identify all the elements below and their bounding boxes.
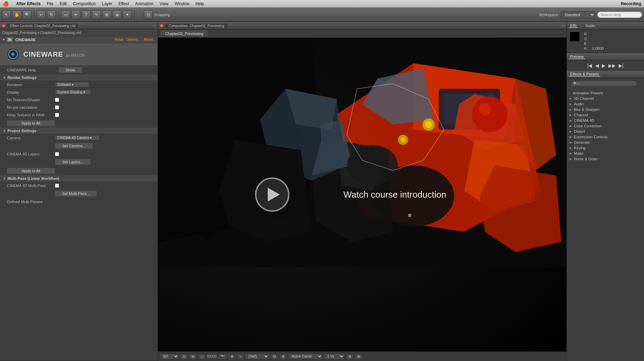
pen-tool[interactable]: ✒	[71, 10, 80, 19]
menu-effect[interactable]: Effect	[118, 1, 129, 6]
multipass-section[interactable]: ▼ Multi-Pass (Linear Workflow)	[0, 175, 158, 182]
ep-item-matte[interactable]: ▶ Matte	[567, 151, 644, 156]
svg-point-21	[401, 137, 406, 142]
comp-panel-tab[interactable]: Composition: Chapter02_Previewing	[165, 23, 228, 28]
play-overlay[interactable]	[255, 177, 289, 212]
clone-tool[interactable]: ⊕	[102, 10, 111, 19]
next-frame-btn[interactable]: ▶▶	[608, 63, 616, 68]
fx-collapse-btn[interactable]: ▼	[2, 38, 5, 42]
undo-btn[interactable]: ↩	[37, 10, 46, 19]
snapping-toggle[interactable]: ⊡	[144, 10, 153, 19]
transparency-btn[interactable]: ⊞	[355, 354, 363, 359]
rect-tool[interactable]: ▭	[61, 10, 70, 19]
ep-item-color-correction[interactable]: ▶ Color Correction	[567, 123, 644, 129]
panel-minimize-btn[interactable]: –	[153, 23, 156, 28]
fx-options-link[interactable]: Options...	[126, 38, 141, 42]
tab-effects-presets[interactable]: Effects & Presets	[569, 72, 600, 77]
brush-tool[interactable]: ✎	[92, 10, 101, 19]
grid-btn[interactable]: ⊞	[279, 354, 287, 359]
puppet-tool[interactable]: ✦	[123, 10, 132, 19]
apply-all-btn-2[interactable]: Apply to All	[7, 168, 55, 174]
text-tool[interactable]: T	[82, 10, 91, 19]
ep-item-cinema4d[interactable]: ▶ CINEMA 4D	[567, 118, 644, 123]
region-of-interest-btn[interactable]: ◻	[198, 354, 206, 359]
first-frame-btn[interactable]: |◀	[587, 63, 593, 68]
fit-to-comp-btn[interactable]: ⊡	[180, 354, 188, 359]
zoom-tool[interactable]: 🔍	[23, 10, 32, 19]
set-camera-btn[interactable]: Set Camera...	[55, 143, 93, 149]
panel-close-btn[interactable]	[2, 24, 5, 27]
prev-frame-btn[interactable]: ◀	[595, 63, 599, 68]
zoom-select[interactable]: 50%	[160, 353, 179, 359]
camera-dropdown[interactable]: CINEMA 4D Camera ▾	[55, 135, 100, 140]
comp-minimize-btn[interactable]: –	[562, 23, 564, 28]
keep-textures-checkbox[interactable]	[55, 113, 59, 117]
ep-label-noise: Noise & Grain	[574, 157, 597, 161]
tab-audio[interactable]: Audio	[584, 24, 597, 28]
quality-select[interactable]: (Half)	[245, 353, 269, 359]
ep-search-input[interactable]	[571, 81, 637, 86]
cinema4d-layers-checkbox[interactable]	[55, 152, 59, 156]
ep-item-blur-sharpen[interactable]: ▶ Blur & Sharpen	[567, 107, 644, 112]
fx-about-link[interactable]: About...	[144, 38, 156, 42]
ep-item-channel[interactable]: ▶ Channel	[567, 112, 644, 118]
motion-blur-btn[interactable]: ≈	[237, 354, 244, 359]
menu-animation[interactable]: Animation	[135, 1, 153, 6]
selection-tool[interactable]: ↖	[2, 10, 11, 19]
project-settings-section[interactable]: ▼ Project Settings	[0, 128, 158, 134]
search-help-input[interactable]	[597, 12, 642, 18]
play-button[interactable]	[255, 177, 289, 212]
show-btn[interactable]: Show	[58, 67, 82, 73]
ep-item-keying[interactable]: ▶ Keying	[567, 145, 644, 151]
effect-controls-tab[interactable]: Effect Controls: Chapter02_Previewing.c4…	[7, 23, 79, 28]
a-row: A : 0.0000	[584, 46, 604, 51]
ep-item-audio[interactable]: ▶ Audio	[567, 101, 644, 107]
menu-window[interactable]: Window	[175, 1, 189, 6]
render-btn[interactable]: ⊟	[271, 354, 278, 359]
tab-info[interactable]: Info	[569, 23, 578, 28]
set-multipass-btn[interactable]: Set Multi-Pass...	[55, 190, 97, 197]
render-settings-section[interactable]: ▼ Render Settings	[0, 74, 158, 81]
comp-close-btn[interactable]	[160, 24, 163, 27]
play-pause-btn[interactable]: ▶	[602, 63, 606, 68]
ep-item-generate[interactable]: ▶ Generate	[567, 140, 644, 145]
menu-help[interactable]: Help	[195, 1, 204, 6]
ep-item-noise-grain[interactable]: ▶ Noise & Grain	[567, 156, 644, 162]
apple-menu[interactable]: 🍎	[3, 1, 9, 7]
camera-view-select[interactable]: Active Camera	[288, 353, 323, 359]
hand-tool[interactable]: ✋	[12, 10, 21, 19]
apply-all-btn-1[interactable]: Apply to All	[7, 120, 55, 126]
ep-item-animation-presets[interactable]: * Animation Presets	[567, 90, 644, 96]
menu-layer[interactable]: Layer	[102, 1, 112, 6]
menu-edit[interactable]: Edit	[60, 1, 67, 6]
last-frame-btn[interactable]: ▶|	[619, 63, 624, 68]
ep-item-distort[interactable]: ▶ Distort	[567, 129, 644, 134]
set-layers-btn[interactable]: Set Layers...	[55, 159, 91, 165]
ep-item-expression-controls[interactable]: ▶ Expression Controls	[567, 134, 644, 140]
menu-composition[interactable]: Composition	[73, 1, 96, 6]
menu-file[interactable]: File	[47, 1, 53, 6]
cinema4d-multipass-checkbox[interactable]	[55, 184, 59, 188]
menu-after-effects[interactable]: After Effects	[16, 1, 41, 6]
camera-icon-btn[interactable]: 📷	[218, 354, 227, 359]
comp-active-tab[interactable]: Chapter02_Previewing	[161, 31, 208, 37]
3d-switch-btn[interactable]: ⊕	[228, 354, 236, 359]
view-layout-select[interactable]: 1 View	[324, 353, 345, 359]
pixel-aspect-btn[interactable]: ⊞	[189, 354, 197, 359]
renderer-dropdown[interactable]: Software ▾	[55, 82, 89, 87]
eraser-tool[interactable]: ◈	[113, 10, 122, 19]
tab-preview[interactable]: Preview	[569, 55, 585, 59]
ep-item-3d-channel[interactable]: ▶ 3D Channel	[567, 96, 644, 101]
comp-bottom-bar: 50% ⊡ ⊞ ◻ 00000 📷 ⊕ ≈ (Half) ⊟ ⊞ Active …	[158, 351, 566, 361]
no-textures-checkbox[interactable]	[55, 98, 59, 102]
rgba-values: R : G : B : A : 0.0000	[584, 32, 604, 51]
effects-presets-section: Effects & Presets × * Animation Presets …	[567, 71, 644, 361]
view-options-btn[interactable]: ⊞	[346, 354, 354, 359]
menu-view[interactable]: View	[160, 1, 169, 6]
comp-viewport: Watch course introduction	[158, 38, 566, 351]
fx-reset-link[interactable]: Reset	[115, 38, 124, 42]
workspace-select[interactable]: Standard	[561, 11, 595, 18]
display-dropdown[interactable]: Current Shading ▾	[55, 90, 91, 95]
redo-btn[interactable]: ↻	[47, 10, 56, 19]
no-precalc-checkbox[interactable]	[55, 105, 59, 109]
